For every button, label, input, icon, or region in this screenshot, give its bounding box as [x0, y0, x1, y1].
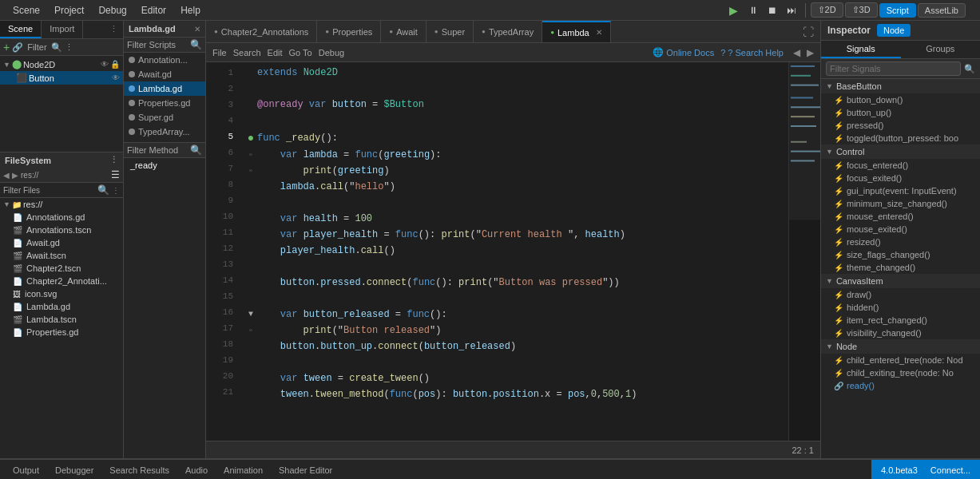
fs-item-annotations-gd[interactable]: 📄Annotations.gd: [0, 211, 123, 224]
scene-item-node2d[interactable]: ▼ ⬤ Node2D 👁 🔒: [0, 57, 123, 71]
pause-button[interactable]: ⏸: [744, 2, 762, 19]
bottom-tab-shader-editor[interactable]: Shader Editor: [272, 464, 339, 477]
signal-item-gui-input-event--inputevent-[interactable]: ⚡gui_input(event: InputEvent): [821, 184, 980, 197]
fold-area-5[interactable]: ●: [244, 129, 257, 147]
fs-item-await-tscn[interactable]: 🎬Await.tscn: [0, 249, 123, 262]
tab-lambda[interactable]: ● Lambda ✕: [542, 21, 611, 43]
bottom-tab-audio[interactable]: Audio: [179, 464, 214, 477]
signal-item-mouse-exited--[interactable]: ⚡mouse_exited(): [821, 223, 980, 236]
menu-debug[interactable]: Debug: [92, 3, 133, 18]
play-button[interactable]: ▶: [725, 2, 743, 19]
fs-filter-menu-icon[interactable]: ⋮: [112, 186, 120, 195]
signal-item-ready--[interactable]: 🔗ready(): [821, 379, 980, 392]
fold-area-17[interactable]: »: [244, 324, 257, 337]
signal-group-header-control[interactable]: ▼Control: [821, 144, 980, 159]
menu-help[interactable]: Help: [174, 3, 207, 18]
fs-forward-icon[interactable]: ▶: [12, 171, 18, 180]
tab-super[interactable]: ● Super: [427, 21, 474, 43]
fs-item-lambda-gd[interactable]: 📄Lambda.gd: [0, 300, 123, 313]
toolbar-file-btn[interactable]: File: [212, 48, 227, 57]
tab-scene[interactable]: Scene: [0, 21, 42, 38]
fs-item-annotations-tscn[interactable]: 🎬Annotations.tscn: [0, 224, 123, 236]
mode-2d-button[interactable]: ⇧2D: [811, 2, 843, 18]
script-item-properties[interactable]: Properties.gd: [124, 96, 205, 110]
tab-await[interactable]: ● Await: [381, 21, 427, 43]
inspector-node-button[interactable]: Node: [877, 24, 911, 37]
scene-menu-icon[interactable]: ⋮: [65, 42, 73, 53]
add-node-icon[interactable]: +: [3, 41, 10, 53]
bottom-tab-debugger[interactable]: Debugger: [49, 464, 100, 477]
mode-script-button[interactable]: Script: [879, 3, 916, 18]
scene-item-button[interactable]: ⬛ Button 👁: [0, 71, 123, 85]
script-item-annotations[interactable]: Annotation...: [124, 53, 205, 67]
signal-item-hidden--[interactable]: ⚡hidden(): [821, 301, 980, 314]
eye-icon-button[interactable]: 👁: [112, 73, 120, 82]
stop-button[interactable]: ⏹: [764, 2, 781, 19]
signal-item-button-up--[interactable]: ⚡button_up(): [821, 106, 980, 119]
fs-options-icon[interactable]: ⋮: [109, 155, 118, 165]
bottom-tab-search-results[interactable]: Search Results: [103, 464, 176, 477]
signal-item-item-rect-changed--[interactable]: ⚡item_rect_changed(): [821, 314, 980, 327]
menu-scene[interactable]: Scene: [6, 3, 46, 18]
toolbar-edit-btn[interactable]: Edit: [268, 48, 283, 57]
script-item-lambda[interactable]: Lambda.gd: [124, 81, 205, 96]
tab-properties[interactable]: ● Properties: [317, 21, 381, 43]
signal-item-mouse-entered--[interactable]: ⚡mouse_entered(): [821, 210, 980, 223]
signal-item-resized--[interactable]: ⚡resized(): [821, 236, 980, 248]
fs-item-properties-gd[interactable]: 📄Properties.gd: [0, 326, 123, 338]
script-item-typedarray[interactable]: TypedArray...: [124, 125, 205, 139]
filter-method-icon[interactable]: 🔍: [190, 144, 202, 156]
fs-item-chapter--tscn[interactable]: 🎬Chapter2.tscn: [0, 262, 123, 275]
fold-area-16[interactable]: ▼: [244, 308, 257, 321]
signal-group-header-basebutton[interactable]: ▼BaseButton: [821, 79, 980, 93]
docs-left-icon[interactable]: ◀: [793, 47, 800, 58]
eye-icon-node2d[interactable]: 👁: [101, 60, 109, 69]
signal-item-pressed--[interactable]: ⚡pressed(): [821, 119, 980, 132]
signal-item-minimum-size-changed--[interactable]: ⚡minimum_size_changed(): [821, 197, 980, 210]
signal-item-child-exiting-tree-node--no[interactable]: ⚡child_exiting_tree(node: No: [821, 366, 980, 379]
toolbar-goto-btn[interactable]: Go To: [289, 48, 312, 57]
editor-expand-icon[interactable]: ⛶: [796, 22, 820, 42]
scene-options-icon[interactable]: ⋮: [105, 21, 123, 38]
signal-group-header-node[interactable]: ▼Node: [821, 339, 980, 354]
search-help-btn[interactable]: ? ? Search Help: [720, 48, 784, 57]
fs-item-lambda-tscn[interactable]: 🎬Lambda.tscn: [0, 313, 123, 326]
toolbar-search-btn[interactable]: Search: [233, 48, 261, 57]
tab-close-lambda[interactable]: ✕: [596, 28, 602, 37]
fs-item-await-gd[interactable]: 📄Await.gd: [0, 236, 123, 249]
signal-item-theme-changed--[interactable]: ⚡theme_changed(): [821, 261, 980, 274]
fold-area-7[interactable]: »: [244, 164, 257, 177]
fs-menu-icon[interactable]: ☰: [111, 169, 120, 180]
docs-right-icon[interactable]: ▶: [807, 47, 814, 58]
script-item-super[interactable]: Super.gd: [124, 110, 205, 125]
toolbar-debug-btn[interactable]: Debug: [319, 48, 344, 57]
script-item-await[interactable]: Await.gd: [124, 67, 205, 81]
fs-item-res[interactable]: ▼ 📁 res://: [0, 198, 123, 211]
fs-item-chapter--annotati---[interactable]: 📄Chapter2_Annotati...: [0, 275, 123, 287]
search-nodes-icon[interactable]: 🔍: [51, 42, 62, 53]
online-docs-btn[interactable]: 🌐 Online Docs: [653, 47, 714, 57]
tab-chapter2annotations[interactable]: ● Chapter2_Annotations: [206, 21, 317, 43]
menu-project[interactable]: Project: [48, 3, 90, 18]
signal-item-focus-entered--[interactable]: ⚡focus_entered(): [821, 159, 980, 172]
signal-item-toggled-button-pressed--boo[interactable]: ⚡toggled(button_pressed: boo: [821, 132, 980, 144]
code-content[interactable]: extends Node2D@onready var button = $But…: [238, 62, 788, 441]
scripts-close-icon[interactable]: ✕: [194, 25, 200, 34]
signal-group-header-canvasitem[interactable]: ▼CanvasItem: [821, 274, 980, 288]
tab-import[interactable]: Import: [42, 21, 83, 38]
method-ready[interactable]: _ready: [124, 158, 205, 172]
signal-item-focus-exited--[interactable]: ⚡focus_exited(): [821, 172, 980, 184]
signal-item-child-entered-tree-node--nod[interactable]: ⚡child_entered_tree(node: Nod: [821, 354, 980, 366]
connect-btn[interactable]: Connect...: [930, 465, 970, 475]
filter-scripts-icon[interactable]: 🔍: [190, 39, 202, 50]
fs-filter-icon[interactable]: 🔍: [97, 184, 109, 196]
signal-item-button-down--[interactable]: ⚡button_down(): [821, 93, 980, 106]
signal-item-visibility-changed--[interactable]: ⚡visibility_changed(): [821, 327, 980, 339]
step-button[interactable]: ⏭: [783, 2, 800, 19]
code-editor[interactable]: 123456789101112131415161718192021 extend…: [206, 62, 820, 441]
filter-signals-icon[interactable]: 🔍: [964, 64, 975, 74]
bottom-tab-output[interactable]: Output: [6, 464, 46, 477]
filter-signals-input[interactable]: [826, 61, 961, 76]
mode-3d-button[interactable]: ⇧3D: [845, 2, 878, 18]
fs-back-icon[interactable]: ◀: [3, 171, 10, 180]
